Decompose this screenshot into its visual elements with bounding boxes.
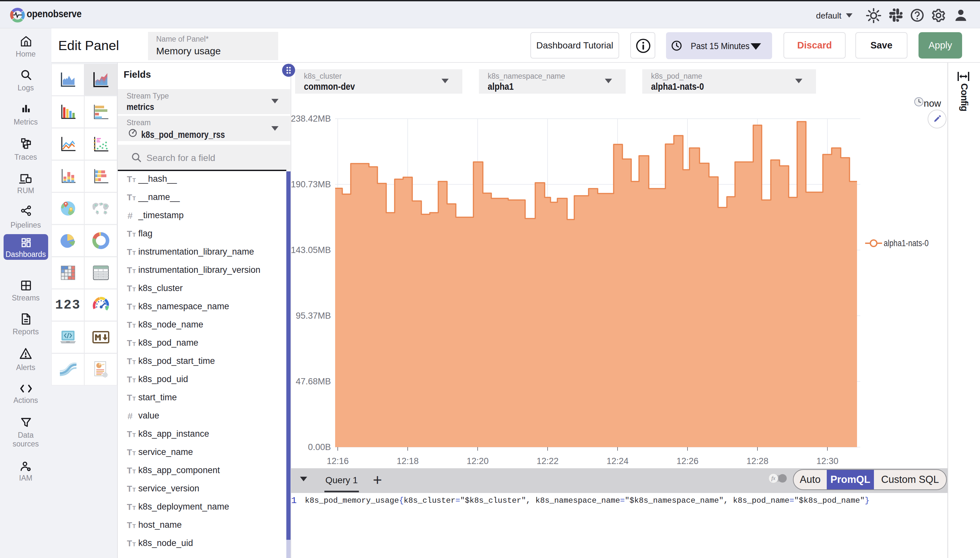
svg-text:T: T (127, 175, 132, 184)
svg-text:T: T (127, 320, 132, 330)
svg-text:T: T (127, 302, 132, 311)
svg-text:T: T (127, 266, 132, 275)
svg-text:12:26: 12:26 (676, 456, 699, 466)
svg-text:T: T (132, 359, 136, 366)
svg-text:T: T (127, 229, 132, 238)
svg-text:T: T (127, 248, 132, 256)
svg-text:T: T (127, 357, 132, 366)
svg-text:95.37MB: 95.37MB (296, 311, 331, 321)
svg-text:T: T (132, 487, 136, 493)
svg-text:T: T (132, 287, 136, 293)
svg-text:T: T (132, 450, 136, 456)
svg-text:12:30: 12:30 (816, 456, 839, 466)
svg-text:T: T (132, 323, 136, 329)
svg-text:T: T (127, 284, 132, 293)
svg-text:T: T (127, 393, 132, 402)
svg-text:#: # (128, 211, 133, 220)
svg-text:T: T (132, 469, 136, 475)
svg-text:143.05MB: 143.05MB (291, 245, 331, 255)
svg-text:12:16: 12:16 (327, 456, 349, 466)
svg-text:T: T (127, 338, 132, 348)
svg-text:T: T (132, 377, 136, 384)
svg-text:#: # (128, 411, 133, 420)
svg-text:T: T (127, 539, 132, 548)
svg-text:T: T (127, 502, 132, 512)
svg-text:T: T (127, 375, 132, 384)
svg-text:12:22: 12:22 (536, 456, 559, 466)
svg-text:T: T (132, 250, 136, 256)
svg-text:T: T (132, 305, 136, 311)
svg-text:T: T (132, 542, 136, 548)
svg-text:T: T (132, 396, 136, 402)
svg-text:12:18: 12:18 (396, 456, 419, 466)
svg-text:12:20: 12:20 (467, 456, 489, 466)
svg-text:T: T (132, 268, 136, 274)
svg-text:T: T (132, 505, 136, 511)
svg-text:T: T (132, 432, 136, 438)
svg-text:12:24: 12:24 (607, 456, 629, 466)
svg-text:12:28: 12:28 (747, 456, 768, 466)
svg-text:T: T (132, 195, 136, 202)
svg-text:47.68MB: 47.68MB (296, 377, 331, 386)
svg-text:T: T (127, 466, 132, 475)
svg-text:238.42MB: 238.42MB (291, 114, 331, 123)
svg-text:T: T (132, 177, 136, 184)
svg-text:190.73MB: 190.73MB (291, 179, 331, 189)
svg-text:T: T (127, 193, 132, 202)
svg-text:alpha1-nats-0: alpha1-nats-0 (884, 238, 929, 248)
svg-text:0.00B: 0.00B (308, 442, 331, 452)
svg-text:T: T (132, 341, 136, 347)
svg-text:T: T (127, 520, 132, 530)
svg-text:T: T (127, 430, 132, 439)
svg-text:T: T (127, 484, 132, 493)
svg-text:T: T (132, 232, 136, 238)
svg-text:T: T (127, 448, 132, 457)
svg-text:T: T (132, 523, 136, 529)
